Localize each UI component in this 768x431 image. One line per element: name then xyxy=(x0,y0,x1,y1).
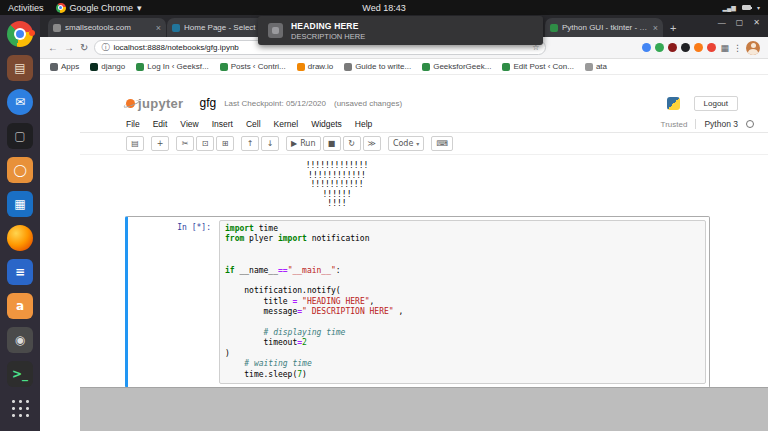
menu-file[interactable]: File xyxy=(126,119,140,129)
ext-orange-icon[interactable] xyxy=(694,43,703,52)
menu-insert[interactable]: Insert xyxy=(212,119,233,129)
tab-close-icon[interactable]: × xyxy=(156,23,161,33)
logout-button[interactable]: Logout xyxy=(694,96,738,111)
code-line: if __name__=="__main__": xyxy=(225,266,700,276)
forward-button[interactable]: → xyxy=(64,42,74,53)
dock-item-terminal[interactable]: >_ xyxy=(4,359,36,389)
bookmark-item[interactable]: django xyxy=(90,62,125,71)
kernel-status-icon xyxy=(746,120,754,128)
ext-blue-icon[interactable] xyxy=(642,43,651,52)
toolbar-group: ⌨ xyxy=(431,136,453,151)
trusted-badge[interactable]: Trusted xyxy=(661,120,688,129)
add-cell-button[interactable]: + xyxy=(151,136,169,151)
save-button-icon: ▤ xyxy=(131,139,139,148)
activities-button[interactable]: Activities xyxy=(8,3,44,13)
bookmark-favicon xyxy=(344,63,352,71)
menu-widgets[interactable]: Widgets xyxy=(311,119,342,129)
menu-edit[interactable]: Edit xyxy=(153,119,168,129)
chrome-window: smallseotools.com×Home Page - Select ...… xyxy=(40,15,768,431)
jupyter-logo[interactable]: jupyter xyxy=(126,96,183,111)
tab-label: Python GUI - tkinter - G... xyxy=(562,23,649,32)
bookmark-item[interactable]: Posts ‹ Contri... xyxy=(220,62,286,71)
back-button[interactable]: ← xyxy=(48,42,58,53)
code-editor[interactable]: import timefrom plyer import notificatio… xyxy=(219,220,706,384)
move-down-button[interactable]: ↓ xyxy=(261,136,279,151)
code-line xyxy=(225,276,700,286)
code-line xyxy=(225,255,700,265)
close-button[interactable]: ✕ xyxy=(753,18,760,27)
dock-item-calc-app[interactable]: ▦ xyxy=(4,189,36,219)
dock-item-amazon[interactable]: a xyxy=(4,291,36,321)
maximize-button[interactable]: ▢ xyxy=(736,18,744,27)
bookmark-item[interactable]: Apps xyxy=(50,62,79,71)
bookmark-label: Guide to write... xyxy=(355,62,411,71)
stop-button[interactable]: ■ xyxy=(323,136,341,151)
notification-app-icon xyxy=(268,23,283,38)
dock-item-software-store[interactable]: ◯ xyxy=(4,155,36,185)
bookmark-label: Posts ‹ Contri... xyxy=(231,62,286,71)
restart-kernel-button[interactable]: ↻ xyxy=(343,136,361,151)
bookmark-label: ata xyxy=(596,62,607,71)
output-line: !!!! xyxy=(187,199,487,209)
dock-item-camera[interactable]: ◉ xyxy=(4,325,36,355)
browser-tab[interactable]: smallseotools.com× xyxy=(48,18,166,37)
window-controls: — ▢ ✕ xyxy=(718,18,760,27)
ext-red-icon[interactable] xyxy=(707,43,716,52)
jupyter-header: jupyter gfg Last Checkpoint: 05/12/2020 … xyxy=(80,90,768,116)
menu-view[interactable]: View xyxy=(180,119,198,129)
menu-kernel[interactable]: Kernel xyxy=(274,119,299,129)
ext-dark-icon[interactable] xyxy=(681,43,690,52)
dock-item-screenshot-app[interactable]: ▢ xyxy=(4,121,36,151)
run-button[interactable]: ▶Run xyxy=(286,136,321,151)
command-palette-button[interactable]: ⌨ xyxy=(431,136,453,151)
cell-output: !!!!!!!!!!!!!!!!!!!!!!!!!!!!!!!!!!!!!!!!… xyxy=(187,161,487,209)
page-background xyxy=(80,387,768,431)
dock-item-files[interactable]: ▤ xyxy=(4,53,36,83)
bookmark-favicon xyxy=(297,63,305,71)
bookmark-item[interactable]: Edit Post ‹ Con... xyxy=(502,62,573,71)
minimize-button[interactable]: — xyxy=(718,18,726,27)
paste-cell-button[interactable]: ⊞ xyxy=(216,136,234,151)
dock-item-chrome[interactable] xyxy=(4,19,36,49)
bookmark-item[interactable]: Guide to write... xyxy=(344,62,411,71)
avatar[interactable] xyxy=(746,41,760,55)
bookmark-item[interactable]: GeeksforGeek... xyxy=(422,62,491,71)
chevron-down-icon: ▾ xyxy=(416,140,419,147)
chrome-icon xyxy=(56,3,66,13)
code-line: # waiting time xyxy=(225,359,700,369)
move-up-button[interactable]: ↑ xyxy=(241,136,259,151)
new-tab-button[interactable]: + xyxy=(670,22,676,34)
dock-item-libreoffice-writer[interactable]: ≡ xyxy=(4,257,36,287)
apps-grid-icon[interactable]: ▦ xyxy=(720,43,729,53)
cell-type-select[interactable]: Code▾ xyxy=(388,136,425,151)
dock-item-firefox[interactable] xyxy=(4,223,36,253)
bookmark-item[interactable]: ata xyxy=(585,62,607,71)
reload-button[interactable]: ↻ xyxy=(80,42,88,53)
browser-tab[interactable]: Python GUI - tkinter - G...× xyxy=(545,18,663,37)
ext-maroon-icon[interactable] xyxy=(668,43,677,52)
copy-cell-button[interactable]: ⊡ xyxy=(196,136,214,151)
bookmark-item[interactable]: draw.io xyxy=(297,62,333,71)
cut-cell-button[interactable]: ✂ xyxy=(176,136,194,151)
copy-cell-button-icon: ⊡ xyxy=(202,139,209,148)
save-button[interactable]: ▤ xyxy=(126,136,144,151)
bookmark-item[interactable]: Log In ‹ Geeksf... xyxy=(136,62,208,71)
system-indicators[interactable]: ▂▄▆ ▾ xyxy=(723,4,761,11)
toolbar-group: ▶Run■↻≫ xyxy=(286,136,381,151)
desktop-notification[interactable]: HEADING HERE DESCRIPTION HERE xyxy=(258,16,543,45)
restart-run-all-button[interactable]: ≫ xyxy=(363,136,381,151)
bookmark-label: Edit Post ‹ Con... xyxy=(513,62,573,71)
site-info-icon[interactable]: ⓘ xyxy=(101,42,109,53)
menu-help[interactable]: Help xyxy=(355,119,372,129)
ext-green-icon[interactable] xyxy=(655,43,664,52)
dock-item-show-applications[interactable] xyxy=(4,393,36,423)
dock-item-mail-app[interactable]: ✉ xyxy=(4,87,36,117)
browser-menu-icon[interactable]: ⋮ xyxy=(733,43,742,53)
notebook-title[interactable]: gfg xyxy=(199,96,216,110)
code-cell[interactable]: In [*]: import timefrom plyer import not… xyxy=(125,216,710,388)
tab-close-icon[interactable]: × xyxy=(653,23,658,33)
app-menu[interactable]: Google Chrome ▾ xyxy=(56,3,142,13)
menu-cell[interactable]: Cell xyxy=(246,119,261,129)
calc-app-icon: ▦ xyxy=(7,191,33,217)
run-button-label: Run xyxy=(300,139,315,148)
